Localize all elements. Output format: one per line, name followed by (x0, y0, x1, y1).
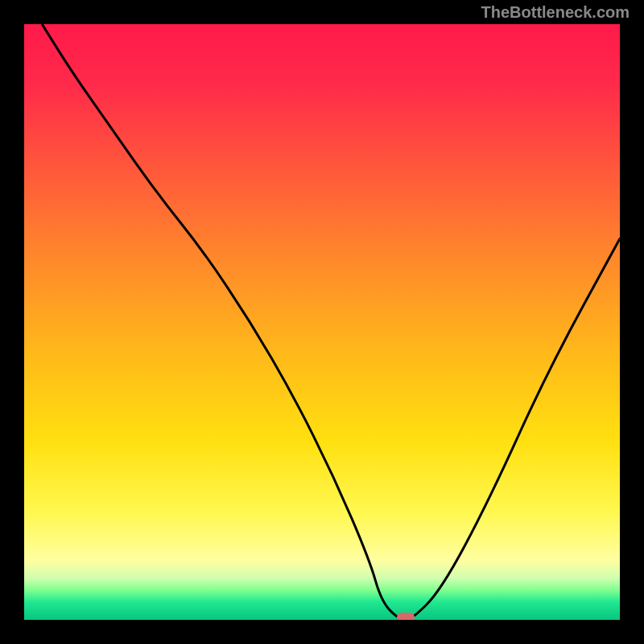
plot-area (24, 24, 620, 620)
watermark-text: TheBottleneck.com (481, 3, 630, 22)
bottleneck-curve (24, 24, 620, 620)
optimal-marker (397, 613, 415, 620)
